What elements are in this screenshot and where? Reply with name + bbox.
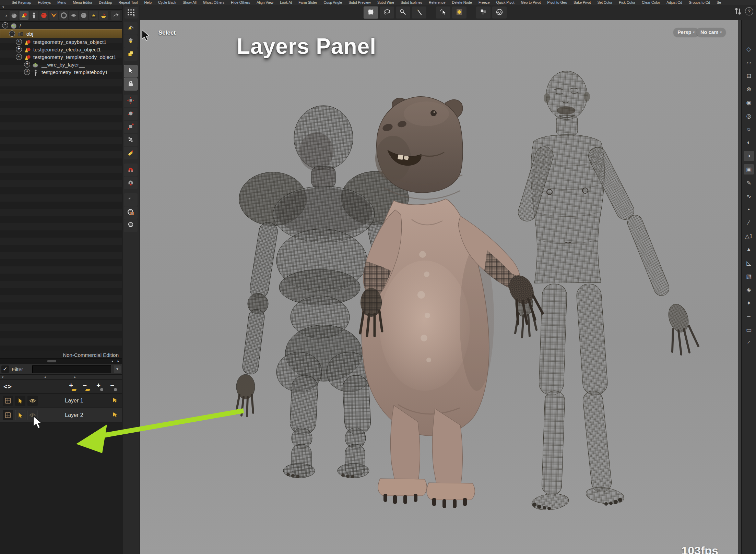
menu-item-delete-node[interactable]: Delete Node [452, 0, 472, 4]
viewport-option-14-icon[interactable]: ⁄ [744, 218, 754, 228]
layer-visibility-eye-icon[interactable] [27, 410, 38, 420]
viewport-option-8-icon[interactable]: ◐ [744, 137, 754, 148]
viewport-option-17-icon[interactable]: ◺ [744, 258, 754, 268]
layer-row-layer-2[interactable]: Layer 2 [0, 408, 122, 422]
menu-item-pick-color[interactable]: Pick Color [619, 0, 635, 4]
viewport-option-4-icon[interactable]: ⊗ [744, 84, 754, 94]
menu-item-clear-color[interactable]: Clear Color [642, 0, 660, 4]
filter-check-icon[interactable]: ✓ [1, 365, 9, 373]
layer-visibility-eye-icon[interactable] [27, 396, 38, 406]
viewport-option-22-icon[interactable]: ▭ [744, 325, 754, 335]
menu-item-help[interactable]: Help [144, 0, 152, 4]
scrollbar-handle[interactable] [47, 360, 56, 362]
menu-item-show-all[interactable]: Show All [183, 0, 197, 4]
menu-item-align-view[interactable]: Align View [257, 0, 273, 4]
layer-go-arrow-icon[interactable] [110, 411, 119, 420]
help-icon[interactable]: ? [745, 7, 753, 15]
view-cone-tool[interactable] [124, 22, 138, 35]
no-cam-badge[interactable]: No cam▾ [696, 28, 726, 37]
menu-item-geo-to-pivot[interactable]: Geo to Pivot [521, 0, 541, 4]
tree-row-testgeometry-electra-object1[interactable]: +testgeometry_electra_object1 [0, 46, 122, 53]
box-select-tool[interactable] [364, 7, 378, 19]
secure-selection-toggle[interactable] [124, 78, 138, 91]
menu-item-hotkeys[interactable]: Hotkeys [38, 0, 51, 4]
viewport-option-18-icon[interactable]: ▧ [744, 271, 754, 281]
menu-item-pivot-to-geo[interactable]: Pivot to Geo [547, 0, 567, 4]
scroll-right-icon[interactable]: ▸ [116, 359, 121, 363]
platonic-node-icon[interactable] [69, 11, 78, 20]
laser-select-tool[interactable] [412, 7, 426, 19]
rotate-tool[interactable] [124, 108, 138, 120]
viewport-option-11-icon[interactable]: ✎ [744, 178, 754, 188]
viewport-option-2-icon[interactable]: ▱ [744, 57, 754, 68]
tree-row-testgeometry-templatebody1[interactable]: +testgeometry_templatebody1 [0, 68, 122, 76]
viewport-option-9-icon[interactable]: ◑ [744, 151, 754, 161]
viewport-right-scroll-strip[interactable] [738, 20, 741, 554]
layer-select-cursor-icon[interactable] [15, 410, 25, 420]
viewport-option-21-icon[interactable]: ‒ [744, 311, 754, 322]
viewport-option-5-icon[interactable]: ◉ [744, 97, 754, 108]
radial-menu-button[interactable] [125, 7, 138, 19]
menu-item-se[interactable]: Se [717, 0, 721, 4]
menu-item-look-at[interactable]: Look At [280, 0, 292, 4]
snap-weak-magnet-tool[interactable] [124, 177, 138, 189]
inspect-globe-tool[interactable] [124, 206, 138, 219]
templatebody-wireframe-model[interactable] [515, 71, 698, 512]
remove-layer-button[interactable]: − [80, 382, 89, 391]
ring-node-icon[interactable] [59, 11, 68, 20]
translate-tool[interactable] [124, 95, 138, 107]
panel-collapse-strip[interactable]: ▼ [0, 5, 122, 10]
camera-tool[interactable] [124, 193, 138, 206]
menu-item-quick-pivot[interactable]: Quick Pivot [496, 0, 515, 4]
layer-row-layer-1[interactable]: Layer 1 [0, 394, 122, 408]
menu-item-desktop[interactable]: Desktop [99, 0, 112, 4]
menu-item-menu-editor[interactable]: Menu Editor [73, 0, 92, 4]
expand-toggle-icon[interactable]: + [16, 46, 22, 52]
viewport-option-3-icon[interactable]: ⊟ [744, 71, 754, 81]
group-select-tool[interactable] [476, 7, 491, 19]
snap-magnet-tool[interactable] [124, 164, 138, 176]
sphere-node-icon[interactable] [39, 11, 48, 20]
tree-row-obj[interactable]: -obj [0, 29, 122, 38]
menu-item-groups-to-cd[interactable]: Groups to Cd [689, 0, 710, 4]
viewport-option-20-icon[interactable]: ✦ [744, 298, 754, 308]
tree-row-[interactable]: -/ [0, 22, 122, 29]
pick-select-tool[interactable] [436, 7, 450, 19]
menu-item-ghost-others[interactable]: Ghost Others [203, 0, 224, 4]
panel-splitter[interactable]: ▲ ▲ ▼ [0, 374, 122, 380]
null-node-icon[interactable] [20, 11, 28, 20]
pose-tool[interactable] [124, 134, 138, 146]
menu-item-bake-pivot[interactable]: Bake Pivot [574, 0, 591, 4]
viewport-option-16-icon[interactable]: ▲ [744, 244, 754, 255]
viewport-option-15-icon[interactable]: △1 [744, 231, 754, 241]
layer-grid-icon[interactable] [3, 410, 13, 420]
layer-go-arrow-icon[interactable] [110, 396, 119, 405]
scene-viewport[interactable]: Select Layers Panel Persp▾ No cam▾ 103fp… [140, 20, 738, 554]
menu-item-subd-wire[interactable]: Subd Wire [377, 0, 394, 4]
collapse-toggle-icon[interactable]: - [16, 54, 22, 60]
viewport-option-6-icon[interactable]: ◎ [744, 111, 754, 121]
menu-item-set-keymap[interactable]: Set Keymap [12, 0, 31, 4]
handle-boxes-tool[interactable] [124, 48, 138, 61]
viewport-option-13-icon[interactable]: • [744, 204, 754, 215]
tree-horizontal-scrollbar[interactable]: ◂ ▸ [0, 358, 122, 364]
collapse-down-icon[interactable]: ▼ [1, 376, 4, 379]
menu-item-subd-preview[interactable]: Subd Preview [349, 0, 371, 4]
viewport-option-10-icon[interactable]: ▣ [744, 164, 754, 174]
viewport-option-7-icon[interactable]: ☼ [744, 124, 754, 134]
tree-row-testgeometry-templatebody-object1[interactable]: -testgeometry_templatebody_object1 [0, 53, 122, 61]
ghost-node-icon[interactable] [79, 11, 88, 20]
select-tool[interactable] [124, 65, 138, 77]
capybara-shaded-model[interactable] [360, 97, 543, 508]
menu-item-repeat-tool[interactable]: Repeat Tool [119, 0, 138, 4]
menu-item-reference[interactable]: Reference [429, 0, 445, 4]
add-member-button[interactable]: + [94, 382, 103, 391]
scroll-up-icon[interactable]: ▲ [5, 14, 9, 17]
collapse-toggle-icon[interactable]: - [2, 22, 8, 28]
wing-node-icon[interactable] [49, 11, 58, 20]
remove-member-button[interactable]: − [108, 382, 117, 391]
tree-row-wire-by-layer[interactable]: +__wire_by_layer__ [0, 61, 122, 68]
viewport-option-23-icon[interactable]: ◜ [744, 338, 754, 348]
viewport-option-19-icon[interactable]: ◈ [744, 285, 754, 295]
menu-item-freeze[interactable]: Freeze [479, 0, 490, 4]
